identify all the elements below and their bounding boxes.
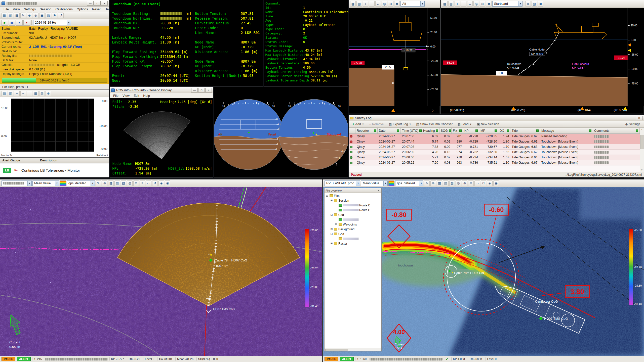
filter-icon[interactable] [636, 129, 638, 132]
play-button[interactable]: ▶ [2, 20, 8, 26]
filter-icon[interactable] [449, 129, 451, 132]
filter-icon[interactable] [436, 129, 438, 132]
horizontal-scrollbar[interactable] [325, 348, 381, 351]
rov-console[interactable]: Roll: 2.35 Pitch: -2.30 Heading: 7.46 [d… [110, 98, 213, 177]
palette-icon[interactable]: ▨ [532, 1, 537, 7]
layer-combo[interactable]: RPL+ ASLAID_proc ▼ [325, 180, 360, 186]
tree-expander[interactable]: ⊞ [330, 228, 333, 231]
layer-combo[interactable]: ▼ [2, 180, 32, 186]
map-left-canvas[interactable]: Cable 78m HD07 CoG HD07 8m HD07 TMS CoG … [0, 187, 322, 356]
view-selector-combo[interactable]: Starboard ▼ [492, 1, 522, 7]
column-header[interactable]: Date [378, 128, 401, 133]
tree-item[interactable] [325, 236, 381, 241]
scroll-up-icon[interactable]: ▲ [641, 128, 643, 131]
layers-icon[interactable]: ≡ [525, 1, 531, 7]
vertical-scrollbar[interactable]: ▲ ▼ [640, 128, 644, 172]
close-button[interactable]: ✕ [101, 1, 108, 6]
stop-button[interactable]: ■ [16, 20, 23, 26]
table-row[interactable]: Qinsy 2024-06-27 20:05:22 7.20 0.08 963 … [349, 160, 640, 165]
globe-icon[interactable]: ◍ [456, 180, 461, 186]
view-selector-combo[interactable]: Aft ▼ [400, 1, 425, 7]
column-header[interactable]: Alert Gauge [0, 158, 38, 163]
chart-icon[interactable]: ▧ [121, 180, 126, 186]
zoom-in-icon[interactable]: + [14, 91, 20, 96]
info-icon[interactable]: ◉ [493, 180, 499, 186]
anchor-icon[interactable]: ◈ [487, 180, 493, 186]
column-header[interactable]: Tide [510, 128, 540, 133]
tree-expander[interactable]: ⊟ [326, 194, 329, 197]
graph-plot-area[interactable]: 10.00 0.00 0.00 -10.00 -20.00 Not to Sc … [0, 97, 109, 157]
tree-expander[interactable]: ⊟ [330, 232, 333, 236]
close-icon[interactable]: ✕ [377, 189, 380, 192]
column-header[interactable]: DX [498, 128, 510, 133]
zoom-out-icon[interactable]: − [369, 1, 375, 7]
table-row[interactable]: Qinsy 2024-06-27 20:07:44 5.74 0.09 980 … [349, 139, 640, 144]
column-header[interactable]: Time (UTC) [401, 128, 422, 133]
filter-icon[interactable] [459, 129, 462, 132]
copy-icon[interactable]: ▥ [8, 91, 13, 96]
filter-icon[interactable] [419, 129, 422, 132]
column-chooser-button[interactable]: ▤Show Column Chooser [414, 122, 455, 127]
column-header[interactable]: MP [479, 128, 498, 133]
scroll-thumb[interactable] [640, 135, 643, 149]
grid-icon[interactable]: ▦ [33, 91, 38, 96]
draw-icon[interactable]: ✎ [424, 180, 430, 186]
tree-expander[interactable]: ⊞ [330, 242, 333, 245]
print-icon[interactable]: ▤ [2, 91, 7, 96]
statistic-combo[interactable]: Mean Value ▼ [361, 180, 388, 186]
survey-log-titlebar[interactable]: Survey Log ✕ [349, 115, 644, 121]
filter-icon[interactable] [374, 129, 376, 132]
print-icon[interactable]: ▤ [448, 1, 454, 7]
info-icon[interactable]: ◉ [165, 180, 170, 186]
colormap-button[interactable] [388, 180, 394, 186]
scroll-down-icon[interactable]: ▼ [641, 168, 643, 172]
column-header[interactable]: Description [38, 158, 109, 163]
column-header[interactable]: KP [463, 128, 479, 133]
ruler-icon[interactable]: ▭ [474, 180, 480, 186]
center-icon[interactable]: ◎ [473, 1, 479, 7]
filter-icon[interactable] [507, 129, 509, 132]
open-icon[interactable]: ▥ [8, 13, 13, 18]
settings-icon[interactable]: ⊛ [102, 180, 107, 186]
refresh-icon[interactable]: ↺ [481, 180, 486, 186]
tree-item[interactable]: ⊟ Session [325, 198, 381, 203]
menu-item[interactable]: Settings [22, 7, 37, 12]
remove-button[interactable]: −Remove [367, 122, 386, 127]
tree-item[interactable]: ⊞ Background [325, 227, 381, 232]
refresh-icon[interactable]: ↺ [152, 180, 158, 186]
grid-icon[interactable]: ▦ [108, 180, 114, 186]
tree-item[interactable]: ⊞ Raster [325, 241, 381, 246]
layers-icon[interactable]: ≡ [140, 180, 145, 186]
menu-item[interactable]: File [111, 93, 120, 98]
tree-item[interactable]: ⊟ Grid [325, 232, 381, 236]
crosshair-icon[interactable]: ⊕ [462, 180, 467, 186]
column-header[interactable]: Heading [422, 128, 439, 133]
save-icon[interactable]: ▦ [14, 13, 20, 18]
load-button[interactable]: ▦Load▼ [456, 122, 474, 127]
export-log-button[interactable]: ▥Export Log▼ [387, 122, 413, 127]
close-button[interactable]: ✕ [205, 88, 212, 93]
filter-icon[interactable] [397, 129, 399, 132]
filter-icon[interactable] [589, 129, 591, 132]
pan-icon[interactable]: ↔ [375, 1, 381, 7]
maximize-button[interactable]: □ [198, 88, 205, 93]
print-icon[interactable]: ▤ [356, 1, 362, 7]
grid-combo[interactable]: qps_detailed. ▼ [395, 180, 423, 186]
layers-icon[interactable]: ≡ [468, 180, 474, 186]
colormap-button[interactable] [60, 180, 66, 186]
controller-titlebar[interactable]: — □ ✕ [0, 0, 109, 7]
settings-icon[interactable]: ⊛ [480, 1, 485, 7]
zoom-out-icon[interactable]: − [20, 91, 26, 96]
column-header[interactable]: Fix [452, 128, 463, 133]
grid-icon[interactable]: ▦ [437, 180, 442, 186]
tree-item[interactable]: ⊞ Waypoints [325, 222, 381, 227]
column-header[interactable]: Reporter [355, 128, 378, 133]
filter-icon[interactable] [475, 129, 478, 132]
menu-item[interactable]: File [2, 7, 11, 12]
menu-item[interactable]: Help [141, 93, 152, 98]
starboard-profile-canvas[interactable]: Cable Node KP -0.810 Touchdown KP -0.728… [441, 8, 644, 114]
alert-row[interactable]: LB Rec Continious LB Tolerances - Monito… [0, 163, 109, 177]
menu-item[interactable]: Reset [90, 7, 102, 12]
globe-icon[interactable]: ◍ [127, 180, 133, 186]
settings-icon[interactable]: ⊛ [33, 13, 38, 18]
